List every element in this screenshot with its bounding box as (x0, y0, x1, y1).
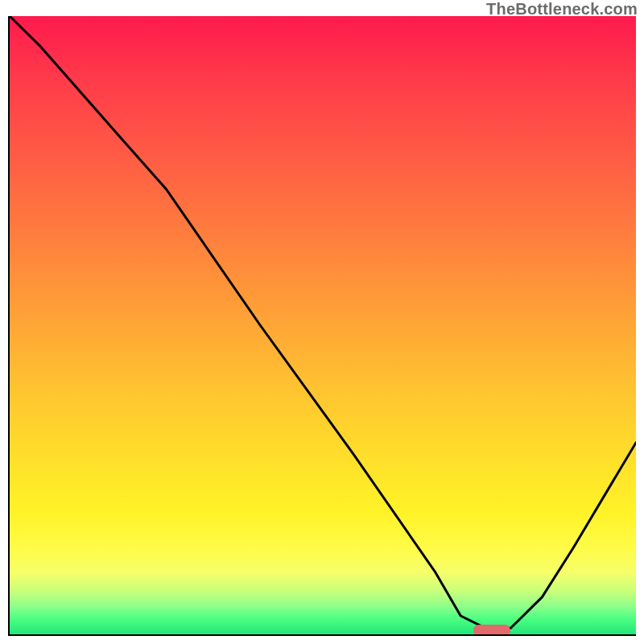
axes (8, 16, 636, 636)
attribution-text: TheBottleneck.com (486, 0, 638, 19)
